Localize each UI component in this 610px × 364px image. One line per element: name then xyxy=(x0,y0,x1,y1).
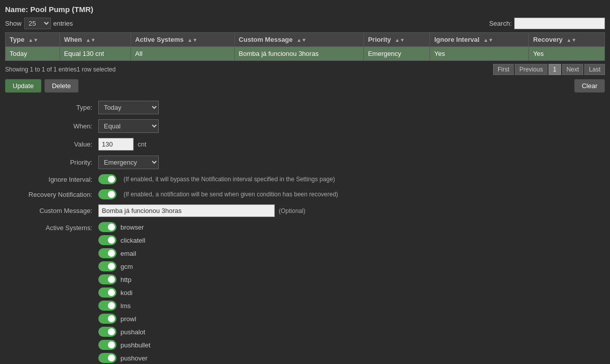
custom-message-control: (Optional) xyxy=(98,204,306,217)
prowl-slider xyxy=(98,314,116,324)
delete-button[interactable]: Delete xyxy=(44,79,79,93)
sort-recovery-icon: ▲▼ xyxy=(567,37,577,43)
action-buttons: Update Delete Clear xyxy=(5,79,605,93)
priority-row: Priority: Emergency High Normal Low xyxy=(5,156,605,169)
lms-label: lms xyxy=(120,302,131,310)
search-input[interactable] xyxy=(514,18,605,29)
gcm-toggle[interactable] xyxy=(98,261,116,271)
clickatell-label: clickatell xyxy=(120,237,145,244)
cell-ignore-interval: Yes xyxy=(430,47,529,61)
entries-select[interactable]: 25 10 50 100 xyxy=(24,18,51,29)
lms-slider xyxy=(98,301,116,311)
next-button[interactable]: Next xyxy=(562,64,584,75)
table-row[interactable]: Today Equal 130 cnt All Bomba já funcion… xyxy=(6,47,605,61)
value-label: Value: xyxy=(5,140,98,148)
http-label: http xyxy=(120,276,132,283)
system-item-gcm: gcm xyxy=(98,261,150,271)
optional-label: (Optional) xyxy=(279,207,306,214)
alerts-table: Type ▲▼ When ▲▼ Active Systems ▲▼ Custom… xyxy=(5,32,605,61)
system-item-pushbullet: pushbullet xyxy=(98,340,150,350)
top-controls: Show 25 10 50 100 entries Search: xyxy=(5,18,605,29)
show-entries-section: Show 25 10 50 100 entries xyxy=(5,18,73,29)
recovery-toggle[interactable] xyxy=(98,189,116,199)
pushover-toggle[interactable] xyxy=(98,353,116,363)
type-control: Today Yesterday This Week xyxy=(98,101,159,114)
custom-message-label: Custom Message: xyxy=(5,207,98,214)
sort-custom-message-icon: ▲▼ xyxy=(296,37,307,43)
prowl-label: prowl xyxy=(120,315,136,323)
priority-label: Priority: xyxy=(5,159,98,166)
recovery-slider xyxy=(98,189,116,199)
pushover-slider xyxy=(98,353,116,363)
show-label: Show xyxy=(5,20,22,27)
col-active-systems[interactable]: Active Systems ▲▼ xyxy=(131,33,235,47)
browser-label: browser xyxy=(120,224,144,231)
gcm-slider xyxy=(98,261,116,271)
prowl-toggle[interactable] xyxy=(98,314,116,324)
ignore-interval-slider xyxy=(98,174,116,184)
col-recovery[interactable]: Recovery ▲▼ xyxy=(529,33,605,47)
recovery-help: (If enabled, a notification will be send… xyxy=(124,191,338,198)
col-ignore-interval[interactable]: Ignore Interval ▲▼ xyxy=(430,33,529,47)
first-button[interactable]: First xyxy=(493,64,514,75)
value-control: cnt xyxy=(98,138,146,151)
sort-ignore-interval-icon: ▲▼ xyxy=(483,37,494,43)
col-custom-message[interactable]: Custom Message ▲▼ xyxy=(234,33,363,47)
col-priority[interactable]: Priority ▲▼ xyxy=(363,33,430,47)
system-item-clickatell: clickatell xyxy=(98,235,150,245)
system-item-pushalot: pushalot xyxy=(98,327,150,337)
system-item-prowl: prowl xyxy=(98,314,150,324)
cell-type: Today xyxy=(6,47,60,61)
browser-toggle[interactable] xyxy=(98,222,116,232)
clickatell-slider xyxy=(98,235,116,245)
priority-select[interactable]: Emergency High Normal Low xyxy=(98,156,159,169)
pushalot-toggle[interactable] xyxy=(98,327,116,337)
kodi-toggle[interactable] xyxy=(98,287,116,298)
recovery-row: Recovery Notification: (If enabled, a no… xyxy=(5,189,605,199)
pushover-label: pushover xyxy=(120,354,147,362)
previous-button[interactable]: Previous xyxy=(515,64,547,75)
current-page: 1 xyxy=(548,64,561,75)
pushbullet-slider xyxy=(98,340,116,350)
active-systems-row: Active Systems: browser cli xyxy=(5,222,605,364)
systems-list: browser clickatell email xyxy=(98,222,150,364)
custom-message-row: Custom Message: (Optional) xyxy=(5,204,605,217)
edit-form: Type: Today Yesterday This Week When: Eq… xyxy=(5,101,605,364)
system-item-pushover: pushover xyxy=(98,353,150,363)
system-item-lms: lms xyxy=(98,301,150,311)
custom-message-input[interactable] xyxy=(98,204,275,217)
col-when[interactable]: When ▲▼ xyxy=(59,33,131,47)
cell-active-systems: All xyxy=(131,47,235,61)
system-item-browser: browser xyxy=(98,222,150,232)
http-toggle[interactable] xyxy=(98,274,116,284)
cell-custom-message: Bomba já funcionou 3horas xyxy=(234,47,363,61)
browser-slider xyxy=(98,222,116,232)
selected-info: 1 row selected xyxy=(77,66,115,73)
cell-recovery: Yes xyxy=(529,47,605,61)
when-row: When: Equal Greater Less xyxy=(5,119,605,133)
clear-button[interactable]: Clear xyxy=(574,79,605,93)
page-title: Name: Pool Pump (TMR) xyxy=(5,5,605,14)
email-slider xyxy=(98,248,116,258)
action-buttons-left: Update Delete xyxy=(5,79,79,93)
system-item-email: email xyxy=(98,248,150,258)
ignore-interval-toggle[interactable] xyxy=(98,174,116,184)
kodi-slider xyxy=(98,287,116,298)
pushbullet-toggle[interactable] xyxy=(98,340,116,350)
system-item-http: http xyxy=(98,274,150,284)
col-type[interactable]: Type ▲▼ xyxy=(6,33,60,47)
clickatell-toggle[interactable] xyxy=(98,235,116,245)
kodi-label: kodi xyxy=(120,289,133,297)
last-button[interactable]: Last xyxy=(584,64,605,75)
pagination-info: Showing 1 to 1 of 1 entries1 row selecte… xyxy=(5,64,605,75)
lms-toggle[interactable] xyxy=(98,301,116,311)
email-toggle[interactable] xyxy=(98,248,116,258)
when-select[interactable]: Equal Greater Less xyxy=(98,119,159,133)
sort-priority-icon: ▲▼ xyxy=(395,37,405,43)
update-button[interactable]: Update xyxy=(5,79,41,93)
type-row: Type: Today Yesterday This Week xyxy=(5,101,605,114)
type-select[interactable]: Today Yesterday This Week xyxy=(98,101,159,114)
active-systems-label: Active Systems: xyxy=(5,222,98,232)
value-input[interactable] xyxy=(98,138,134,151)
ignore-interval-help: (If enabled, it will bypass the Notifica… xyxy=(124,176,335,183)
